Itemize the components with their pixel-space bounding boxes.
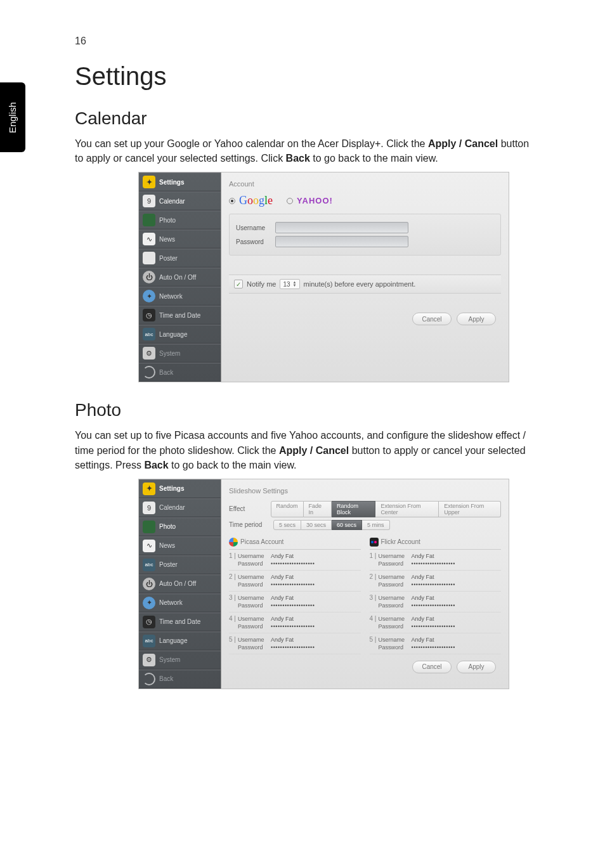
apply-button[interactable]: Apply: [457, 661, 496, 673]
photo-app-screenshot: ✦ Settings 9Calendar Photo ∿News abcPost…: [138, 479, 509, 689]
account-row: 3 |UsernameAndy FatPassword•••••••••••••…: [370, 592, 502, 612]
sidebar-item-network[interactable]: ✦Network: [139, 593, 221, 612]
picasa-icon: [229, 538, 238, 547]
account-row: 1 |UsernameAndy FatPassword•••••••••••••…: [229, 550, 361, 571]
effect-row: Effect RandomFade InRandom BlockExtensio…: [229, 501, 501, 517]
account-row: 5 |UsernameAndy FatPassword•••••••••••••…: [370, 633, 502, 654]
sidebar: ✦ Settings 9Calendar Photo ∿News Poster …: [139, 172, 221, 382]
password-input[interactable]: [275, 236, 408, 247]
time-segmented[interactable]: 5 secs30 secs60 secs5 mins: [273, 520, 390, 530]
notify-checkbox[interactable]: ✓: [234, 280, 243, 288]
sidebar-item-auto[interactable]: ⏻Auto On / Off: [139, 268, 221, 287]
calendar-heading: Calendar: [75, 108, 531, 129]
sidebar-item-time[interactable]: ◷Time and Date: [139, 306, 221, 325]
username-value[interactable]: Andy Fat: [412, 553, 434, 559]
photo-heading: Photo: [75, 400, 531, 420]
sidebar-item-language[interactable]: abcLanguage: [139, 632, 221, 651]
username-value[interactable]: Andy Fat: [412, 637, 434, 643]
password-value[interactable]: •••••••••••••••••••: [271, 623, 315, 630]
notify-row: ✓ Notify me 13 ▲▼ minute(s) before every…: [229, 275, 501, 294]
sidebar-item-poster[interactable]: abcPoster: [139, 555, 221, 574]
username-value[interactable]: Andy Fat: [412, 574, 434, 580]
picasa-column: Picasa Account 1 |UsernameAndy FatPasswo…: [229, 535, 361, 654]
username-value[interactable]: Andy Fat: [412, 616, 434, 622]
apply-button[interactable]: Apply: [457, 313, 496, 325]
username-value[interactable]: Andy Fat: [271, 574, 294, 580]
slideshow-section-title: Slideshow Settings: [229, 487, 501, 495]
username-value[interactable]: Andy Fat: [271, 595, 294, 601]
sidebar-item-system[interactable]: ⚙System: [139, 651, 221, 670]
spinner-down-icon[interactable]: ▼: [293, 284, 297, 287]
provider-radio-row: Google YAHOO!: [229, 194, 501, 207]
password-value[interactable]: •••••••••••••••••••: [271, 560, 315, 567]
sidebar-item-back[interactable]: Back: [139, 363, 221, 382]
flickr-column: Flickr Account 1 |UsernameAndy FatPasswo…: [370, 535, 502, 654]
sidebar-item-language[interactable]: abcLanguage: [139, 325, 221, 344]
rss-icon: ∿: [143, 233, 155, 245]
password-value[interactable]: •••••••••••••••••••: [412, 560, 455, 567]
sidebar-item-system[interactable]: ⚙System: [139, 344, 221, 363]
segment-option[interactable]: 60 secs: [332, 520, 362, 530]
notify-suffix: minute(s) before every appointment.: [304, 280, 416, 288]
sidebar-item-auto[interactable]: ⏻Auto On / Off: [139, 574, 221, 593]
segment-option[interactable]: 30 secs: [301, 520, 332, 530]
page-number: 16: [75, 36, 86, 47]
radio-google[interactable]: [229, 198, 235, 204]
sidebar-header: ✦ Settings: [139, 479, 221, 498]
segment-option[interactable]: Extension From Center: [375, 501, 439, 517]
photo-paragraph: You can set up to five Picasa accounts a…: [75, 428, 531, 472]
network-icon: ✦: [143, 597, 155, 609]
password-value[interactable]: •••••••••••••••••••: [412, 623, 455, 630]
username-label: Username: [236, 224, 275, 231]
account-row: 2 |UsernameAndy FatPassword•••••••••••••…: [370, 571, 502, 592]
account-row: 2 |UsernameAndy FatPassword•••••••••••••…: [229, 571, 361, 592]
poster-icon: [143, 252, 155, 264]
sidebar-item-network[interactable]: ✦Network: [139, 287, 221, 306]
segment-option[interactable]: Extension From Upper: [439, 501, 501, 517]
password-value[interactable]: •••••••••••••••••••: [271, 602, 315, 609]
username-input[interactable]: [275, 222, 408, 233]
sidebar-item-calendar[interactable]: 9Calendar: [139, 191, 221, 211]
sidebar-item-calendar[interactable]: 9Calendar: [139, 498, 221, 517]
back-icon: [143, 673, 155, 685]
password-value[interactable]: •••••••••••••••••••: [271, 644, 315, 651]
segment-option[interactable]: 5 mins: [362, 520, 390, 530]
calendar-app-screenshot: ✦ Settings 9Calendar Photo ∿News Poster …: [138, 172, 509, 382]
account-row: 1 |UsernameAndy FatPassword•••••••••••••…: [370, 550, 502, 571]
password-value[interactable]: •••••••••••••••••••: [412, 602, 455, 609]
username-value[interactable]: Andy Fat: [271, 553, 294, 559]
power-icon: ⏻: [143, 578, 155, 590]
segment-option[interactable]: Random Block: [332, 501, 375, 517]
sidebar-header: ✦ Settings: [139, 172, 221, 191]
cancel-button[interactable]: Cancel: [412, 313, 452, 325]
password-value[interactable]: •••••••••••••••••••: [271, 581, 315, 588]
sidebar-item-back[interactable]: Back: [139, 670, 221, 689]
calendar-icon: 9: [143, 195, 155, 207]
notify-spinner[interactable]: 13 ▲▼: [280, 279, 299, 289]
segment-option[interactable]: Random: [271, 501, 304, 517]
sidebar-item-time[interactable]: ◷Time and Date: [139, 612, 221, 632]
sidebar-item-poster[interactable]: Poster: [139, 249, 221, 268]
sidebar-item-news[interactable]: ∿News: [139, 536, 221, 555]
radio-yahoo[interactable]: [287, 198, 293, 204]
username-value[interactable]: Andy Fat: [271, 637, 294, 643]
sidebar-item-photo[interactable]: Photo: [139, 517, 221, 536]
password-value[interactable]: •••••••••••••••••••: [412, 644, 455, 651]
sidebar-item-news[interactable]: ∿News: [139, 230, 221, 249]
system-icon: ⚙: [143, 347, 155, 360]
password-value[interactable]: •••••••••••••••••••: [412, 581, 455, 588]
segment-option[interactable]: 5 secs: [273, 520, 301, 530]
rss-icon: ∿: [143, 540, 155, 552]
time-label: Time period: [229, 521, 268, 528]
cancel-button[interactable]: Cancel: [412, 661, 452, 673]
power-icon: ⏻: [143, 271, 155, 283]
effect-segmented[interactable]: RandomFade InRandom BlockExtension From …: [271, 501, 501, 517]
picasa-title: Picasa Account: [240, 538, 283, 545]
photo-icon: [143, 521, 155, 533]
segment-option[interactable]: Fade In: [304, 501, 332, 517]
username-value[interactable]: Andy Fat: [271, 616, 294, 622]
notify-label: Notify me: [247, 280, 276, 288]
sidebar-item-photo[interactable]: Photo: [139, 211, 221, 230]
sidebar: ✦ Settings 9Calendar Photo ∿News abcPost…: [139, 479, 221, 689]
username-value[interactable]: Andy Fat: [412, 595, 434, 601]
